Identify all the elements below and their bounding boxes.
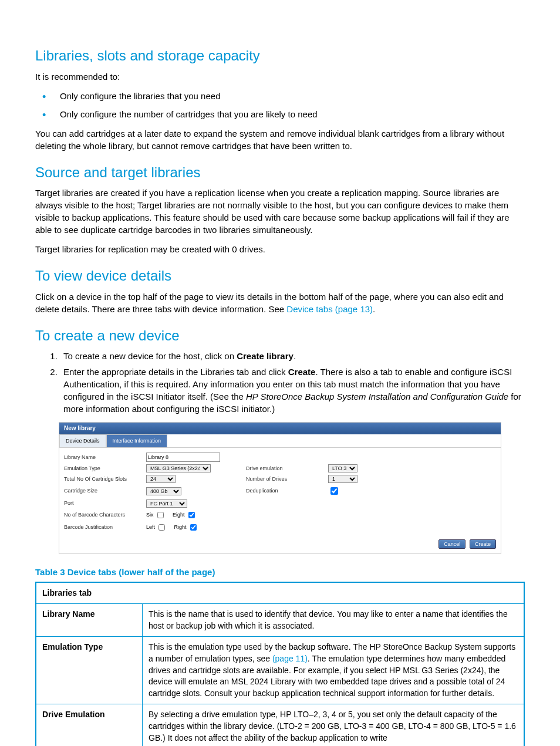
label-barcode-just: Barcode Justification (64, 524, 140, 531)
label-cartridge-size: Cartridge Size (64, 487, 140, 495)
device-tabs-link[interactable]: Device tabs (page 13) (286, 304, 373, 314)
label-cartridge-slots: Total No Of Cartridge Slots (64, 475, 140, 483)
create-steps: To create a new device for the host, cli… (35, 350, 525, 415)
new-library-dialog: New library Device Details Interface Inf… (59, 422, 501, 553)
row-value: This is the emulation type used by the b… (143, 637, 525, 704)
intro-text: It is recommended to: (35, 70, 525, 83)
create-button[interactable]: Create (470, 539, 496, 549)
row-key: Library Name (36, 604, 143, 637)
list-item: Only configure the libraries that you ne… (35, 90, 525, 102)
label-dedup: Deduplication (246, 487, 322, 495)
body-text: Click on a device in the top half of the… (35, 291, 525, 315)
cartridge-slots-select[interactable]: 24 (146, 475, 176, 483)
emulation-type-select[interactable]: MSL G3 Series (2x24) (146, 464, 211, 472)
table3-title: Table 3 Device tabs (lower half of the p… (35, 566, 525, 578)
body-text: You can add cartridges at a later date t… (35, 127, 525, 152)
row-value: This is the name that is used to identif… (143, 604, 525, 637)
row-value: By selecting a drive emulation type, HP … (143, 704, 525, 746)
num-drives-select[interactable]: 1 (328, 475, 357, 483)
heading-create-device: To create a new device (35, 326, 525, 346)
dedup-checkbox[interactable] (330, 487, 338, 495)
right-checkbox[interactable] (190, 524, 197, 531)
dialog-tabs: Device Details Interface Information (59, 434, 501, 448)
eight-checkbox[interactable] (188, 512, 195, 518)
label-barcode-chars: No of Barcode Characters (64, 511, 140, 519)
tab-device-details[interactable]: Device Details (59, 434, 106, 447)
page-11-link[interactable]: (page 11) (272, 654, 308, 663)
label-emulation-type: Emulation Type (64, 465, 140, 472)
heading-libraries-slots: Libraries, slots and storage capacity (35, 46, 525, 66)
row-key: Drive Emulation (36, 704, 143, 746)
port-select[interactable]: FC Port 1 (146, 499, 187, 508)
cancel-button[interactable]: Cancel (438, 539, 465, 549)
label-library-name: Library Name (64, 454, 140, 461)
list-item: Enter the appropriate details in the Lib… (60, 366, 525, 415)
list-item: Only configure the number of cartridges … (35, 108, 525, 120)
body-text: Target libraries for replication may be … (35, 243, 525, 255)
six-checkbox[interactable] (157, 512, 164, 518)
label-num-drives: Number of Drives (246, 475, 322, 483)
table3-section-header: Libraries tab (36, 582, 524, 604)
row-key: Emulation Type (36, 637, 143, 704)
drive-emulation-select[interactable]: LTO 3 (328, 464, 357, 472)
table3: Libraries tab Library Name This is the n… (35, 582, 525, 746)
label-drive-emulation: Drive emulation (246, 465, 322, 472)
recommend-list: Only configure the libraries that you ne… (35, 90, 525, 120)
table-row: Drive Emulation By selecting a drive emu… (36, 704, 524, 746)
cartridge-size-select[interactable]: 400 Gb (146, 487, 181, 495)
library-name-input[interactable] (146, 453, 220, 462)
left-checkbox[interactable] (158, 524, 165, 531)
table-row: Library Name This is the name that is us… (36, 604, 524, 637)
table-row: Emulation Type This is the emulation typ… (36, 637, 524, 704)
list-item: To create a new device for the host, cli… (60, 350, 525, 362)
body-text: Target libraries are created if you have… (35, 187, 525, 236)
dialog-title: New library (59, 423, 501, 434)
heading-source-target: Source and target libraries (35, 163, 525, 183)
heading-view-details: To view device details (35, 266, 525, 286)
tab-interface-info[interactable]: Interface Information (106, 434, 168, 447)
dialog-form: Library Name Emulation Type MSL G3 Serie… (59, 448, 501, 537)
label-port: Port (64, 499, 140, 507)
